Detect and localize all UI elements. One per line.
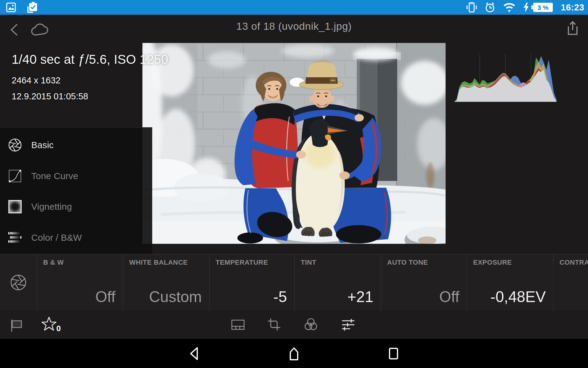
nav-recents-button[interactable] — [386, 346, 401, 361]
presets-circles-icon[interactable] — [303, 317, 318, 332]
adjustment-auto-tone[interactable]: AUTO TONE Off — [381, 254, 467, 311]
wifi-icon — [503, 2, 516, 13]
tone-curve-icon — [8, 169, 22, 183]
adjustments-bar: B & W Off WHITE BALANCE Custom TEMPERATU… — [0, 254, 588, 310]
edit-panel: Basic Tone Curve Vignetting Color / B&W — [0, 127, 152, 254]
alarm-icon — [484, 2, 496, 13]
vignette-icon — [8, 200, 22, 214]
clock-time: 16:23 — [561, 2, 584, 13]
lightroom-app: 3 % 16:23 13 of 18 (uvodnik_1.jpg) — [0, 0, 588, 368]
exposure-info: 1/40 sec at ƒ/5.6, ISO 1250 — [12, 52, 168, 67]
battery-icon: 3 % — [531, 2, 554, 13]
charging-bolt-icon — [523, 2, 530, 13]
cloud-sync-icon[interactable] — [31, 23, 50, 36]
panel-item-label: Color / B&W — [31, 232, 82, 243]
back-button[interactable] — [9, 23, 20, 37]
filmstrip-icon[interactable] — [231, 318, 245, 332]
star-rating-icon[interactable] — [41, 316, 57, 332]
panel-item-color-bw[interactable]: Color / B&W — [0, 223, 152, 252]
histogram — [454, 54, 556, 102]
photos-icon — [6, 2, 17, 13]
sliders-icon[interactable] — [341, 318, 356, 332]
rating-count: 0 — [56, 324, 61, 333]
adjustment-tint[interactable]: TINT +21 — [294, 254, 381, 311]
clipboard-check-icon — [26, 2, 38, 13]
adjustment-bw[interactable]: B & W Off — [37, 254, 123, 311]
vibrate-icon — [466, 2, 477, 13]
aperture-icon — [10, 273, 27, 292]
adjustment-exposure[interactable]: EXPOSURE -0,48EV — [467, 254, 553, 311]
android-nav-bar — [0, 339, 588, 368]
nav-home-button[interactable] — [287, 346, 301, 361]
svg-text:3 %: 3 % — [537, 4, 549, 11]
photo-canvas[interactable] — [142, 43, 446, 244]
nav-back-button[interactable] — [187, 346, 202, 361]
basic-mode-button[interactable] — [0, 254, 37, 311]
page-title: 13 of 18 (uvodnik_1.jpg) — [0, 20, 588, 32]
panel-item-tone-curve[interactable]: Tone Curve — [0, 162, 152, 190]
flag-icon[interactable] — [9, 319, 24, 332]
panel-item-label: Vignetting — [31, 201, 72, 212]
aperture-icon — [8, 138, 22, 152]
adjustment-contrast[interactable]: CONTRAST — [553, 254, 588, 311]
status-bar: 3 % 16:23 — [0, 0, 588, 15]
color-bw-icon — [8, 231, 22, 245]
share-icon[interactable] — [565, 20, 580, 36]
panel-item-vignetting[interactable]: Vignetting — [0, 192, 152, 221]
panel-item-label: Basic — [31, 140, 54, 150]
datetime-info: 12.9.2015 01:05:58 — [12, 91, 88, 102]
panel-item-label: Tone Curve — [31, 171, 78, 181]
panel-item-basic[interactable]: Basic — [0, 131, 152, 159]
crop-icon[interactable] — [267, 317, 281, 332]
adjustment-temperature[interactable]: TEMPERATURE -5 — [209, 254, 294, 311]
dimensions-info: 2464 x 1632 — [12, 75, 61, 86]
adjustment-white-balance[interactable]: WHITE BALANCE Custom — [123, 254, 209, 311]
bottom-toolbar: 0 — [0, 310, 588, 339]
